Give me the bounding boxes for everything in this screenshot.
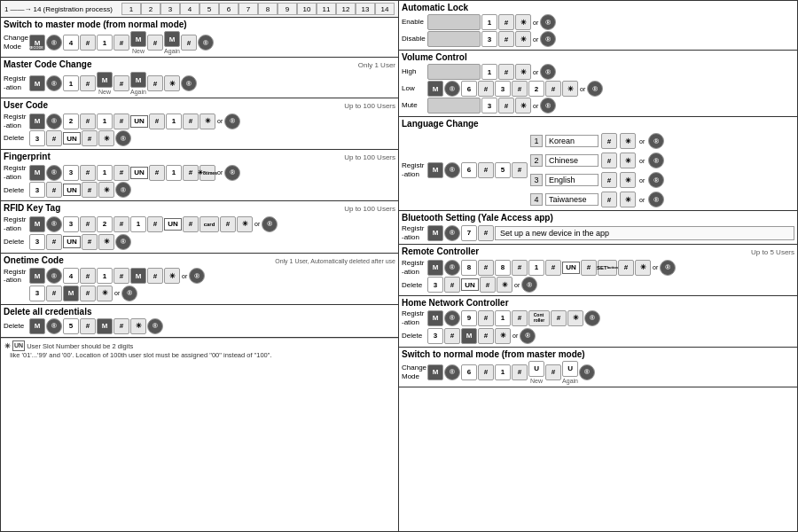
- key-1: 1: [97, 165, 113, 181]
- or-text: or: [653, 264, 658, 270]
- key-hash: #: [82, 234, 98, 250]
- again-label: Again: [130, 89, 146, 95]
- key-star: ✳: [562, 81, 578, 97]
- key-R: ®: [584, 310, 600, 326]
- key-hash: #: [46, 182, 62, 198]
- key-hash4: #: [181, 35, 197, 51]
- key-M: M: [29, 165, 45, 181]
- del-label: Delete: [402, 332, 426, 340]
- key-star: ✳: [98, 130, 114, 146]
- key-star: ✳: [620, 192, 636, 207]
- key-2: 2: [528, 81, 544, 97]
- key-3: 3: [427, 277, 443, 293]
- key-6: 6: [461, 162, 477, 178]
- key-M: M: [427, 364, 443, 380]
- or-text: or: [580, 86, 585, 92]
- key-8: 8: [461, 260, 477, 276]
- key-hash: #: [113, 113, 129, 129]
- key-M: MPRECODE: [29, 35, 45, 51]
- key-M: M: [427, 260, 443, 276]
- key-2: 2: [97, 216, 113, 232]
- section-master-code: Master Code Change Only 1 User Registr-a…: [1, 58, 398, 98]
- remote-title: Remote Controller: [402, 246, 479, 256]
- rfid-title: RFID Key Tag: [4, 203, 60, 213]
- key-1: 1: [481, 64, 497, 80]
- language-title: Language Change: [402, 119, 794, 129]
- del-label: Delete: [4, 134, 28, 143]
- key-hash: #: [551, 310, 567, 326]
- step-14: 14: [375, 3, 395, 15]
- key-R: ®: [224, 165, 240, 181]
- key-UN: UN: [63, 184, 81, 196]
- key-R: ®: [121, 286, 137, 301]
- section-rfid: RFID Key Tag Up to 100 Users Registr-ati…: [1, 201, 398, 253]
- footer-text1: User Slot Number should be 2 digits: [27, 341, 133, 349]
- key-M-again: M: [130, 72, 146, 88]
- key-hash: #: [80, 268, 96, 284]
- or-text: or: [533, 69, 538, 75]
- key-hash: #: [601, 133, 617, 149]
- lang-name-chinese: Chinese: [545, 154, 598, 167]
- key-UN: UN: [164, 218, 182, 231]
- section-onetime: Onetime Code Only 1 User, Automatically …: [1, 254, 398, 305]
- key-hash: #: [46, 286, 62, 301]
- switch-normal-title: Switch to normal mode (from master mode): [402, 349, 794, 359]
- rfid-subtitle: Up to 100 Users: [344, 205, 395, 213]
- switch-normal-row: ChangeMode M ® 6 # 1 # U New # U Again ®: [402, 361, 794, 384]
- section-user-code: User Code Up to 100 Users Registr-ation …: [1, 98, 398, 150]
- home-del-row: Delete 3 # M # ✳ or ®: [402, 328, 794, 344]
- key-1: 1: [97, 35, 113, 51]
- key-hash: #: [498, 14, 514, 30]
- key-hash: #: [601, 172, 617, 188]
- or-text: or: [639, 138, 645, 145]
- key-U-new: U: [528, 361, 544, 377]
- spacer-mute: [427, 98, 481, 113]
- step-1: 1: [121, 3, 141, 15]
- delete-all-row: Delete M ® 5 # M # ✳ ®: [4, 318, 395, 334]
- or-text: or: [639, 158, 645, 164]
- key-R: ®: [147, 318, 163, 334]
- key-M3: M: [164, 31, 180, 47]
- key-star: ✳: [515, 64, 531, 80]
- lang-num-3: 3: [530, 174, 543, 186]
- del-label: Delete: [4, 322, 28, 331]
- key-hash: #: [80, 216, 96, 232]
- key-3: 3: [427, 328, 443, 344]
- key-hash: #: [220, 216, 236, 232]
- fingerprint-subtitle: Up to 100 Users: [344, 153, 395, 161]
- key-R: ®: [46, 35, 62, 51]
- key-M: M: [427, 310, 443, 326]
- onetime-reg-row: Registr-ation M ® 4 # 1 # M # ✳ or ®: [4, 268, 395, 285]
- new-label: New: [98, 89, 111, 95]
- key-hash: #: [444, 328, 460, 344]
- remote-subtitle: Up to 5 Users: [751, 248, 794, 256]
- change-mode-label: ChangeMode: [402, 364, 426, 380]
- key-controller: Controller: [528, 310, 550, 326]
- fp-del-row: Delete 3 # UN # ✳ ®: [4, 182, 395, 198]
- key-hash: #: [581, 260, 597, 276]
- key-R: ®: [540, 64, 556, 80]
- key-card: card: [200, 216, 219, 232]
- spacer-high: [427, 64, 481, 80]
- key-hash: #: [80, 286, 96, 301]
- key-hash: #: [478, 310, 494, 326]
- key-4: 4: [63, 268, 79, 284]
- key-star: ✳: [98, 182, 114, 198]
- key-hash: #: [478, 225, 494, 241]
- step-12: 12: [336, 3, 356, 15]
- key-hash: #: [480, 277, 496, 293]
- new-label: New: [530, 378, 543, 384]
- key-hash: #: [618, 260, 634, 276]
- key-6: 6: [461, 81, 477, 97]
- mute-label: Mute: [402, 101, 426, 110]
- del-label: Delete: [4, 186, 28, 195]
- key-R: ®: [540, 31, 556, 47]
- key-UN: UN: [63, 132, 81, 145]
- top-bar: 1 ——→ 14 (Registration process) 1 2 3 4 …: [1, 1, 398, 18]
- key-3: 3: [29, 286, 45, 301]
- or-text: or: [533, 103, 538, 109]
- key-R: ®: [46, 165, 62, 181]
- language-layout: Registr-ation M ® 6 # 5 # 1 Korean #: [402, 130, 794, 208]
- key-M: M: [427, 225, 443, 241]
- key-M-new: M: [97, 72, 113, 88]
